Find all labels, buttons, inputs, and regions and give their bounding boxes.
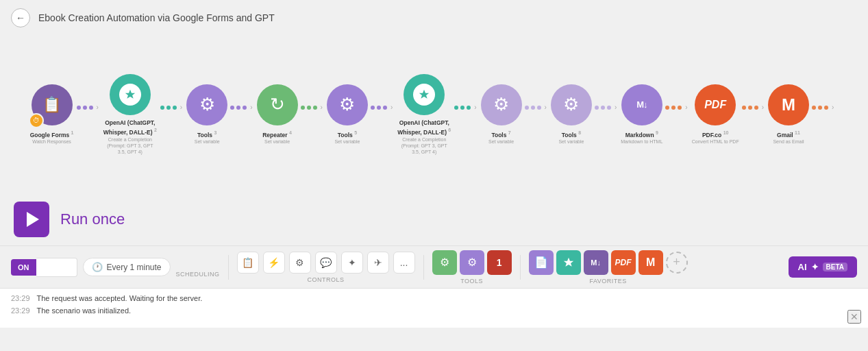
log-entry-1: 23:29 The request was accepted. Waiting …: [11, 293, 857, 305]
workflow-nodes: 📋 ⏱ Google Forms 1 Watch Responses ›: [16, 74, 852, 155]
schedule-text: Every 1 minute: [107, 263, 162, 272]
run-history-icon: 📋: [242, 257, 253, 268]
connector-7: ›: [522, 104, 551, 111]
tools-buttons: ⚙ ⚙ 1: [432, 250, 512, 275]
connector-10: ›: [739, 104, 768, 111]
connector-end: ›: [809, 104, 838, 111]
back-button[interactable]: ←: [11, 8, 30, 27]
node-circle-gmail: M: [768, 84, 809, 125]
ai-button[interactable]: AI ✦ BETA: [789, 256, 857, 278]
fav-btn-pdf[interactable]: PDF: [611, 250, 636, 275]
node-circle-tools-2: ⚙: [327, 84, 368, 125]
share-icon: ✈: [374, 257, 382, 268]
plus-icon: +: [673, 255, 680, 269]
ai-sparkle-icon: ✦: [811, 262, 819, 272]
node-label-gmail: Gmail 11 Send as Email: [773, 130, 804, 145]
node-tools-2[interactable]: ⚙ Tools 5 Set variable: [327, 84, 368, 145]
ctrl-btn-6[interactable]: ✈: [367, 252, 389, 274]
page-title: Ebook Creation Automation via Google For…: [38, 12, 275, 23]
controls-group: 📋 ⚡ ⚙ 💬 ✦ ✈ ... CONTROLS: [237, 252, 415, 283]
fav-btn-openai[interactable]: [556, 250, 581, 275]
log-close-button[interactable]: ✕: [847, 310, 861, 324]
tool-btn-tools[interactable]: ⚙: [460, 250, 484, 275]
connector-8: ›: [592, 104, 621, 111]
node-repeater[interactable]: ↻ Repeater 4 Set variable: [257, 84, 298, 145]
toggle-off-input[interactable]: [36, 258, 77, 277]
divider-3: [520, 255, 521, 280]
close-icon: ✕: [850, 311, 858, 322]
schedule-button[interactable]: 🕐 Every 1 minute: [83, 258, 171, 276]
run-once-button[interactable]: [14, 202, 49, 237]
ctrl-btn-more[interactable]: ...: [393, 252, 415, 274]
connector-6: ›: [451, 104, 480, 111]
node-circle-tools-3: ⚙: [481, 84, 522, 125]
scheduling-label-group: SCHEDULING: [176, 269, 220, 278]
log-time-2: 23:29: [11, 305, 30, 317]
run-section: Run once: [0, 193, 868, 245]
node-tools-4[interactable]: ⚙ Tools 8 Set variable: [551, 84, 592, 145]
node-circle-repeater: ↻: [257, 84, 298, 125]
connector-3: ›: [227, 104, 256, 111]
fav-add-button[interactable]: +: [666, 252, 688, 274]
node-google-forms[interactable]: 📋 ⏱ Google Forms 1 Watch Responses: [30, 84, 74, 145]
clock-icon: 🕐: [92, 262, 103, 272]
node-label-openai-1: OpenAI (ChatGPT, Whisper, DALL-E) 2 Crea…: [103, 119, 158, 155]
node-pdf[interactable]: PDF PDF.co 10 Convert HTML to PDF: [692, 84, 739, 145]
favorites-group: 📄 M↓ PDF M + FAVORITES: [529, 250, 688, 285]
ctrl-btn-3[interactable]: ⚙: [289, 252, 311, 274]
favorites-label: FAVORITES: [589, 278, 626, 285]
play-icon: [27, 212, 39, 227]
log-entry-2: 23:29 The scenario was initialized.: [11, 305, 857, 317]
node-circle-tools-4: ⚙: [551, 84, 592, 125]
ctrl-btn-1[interactable]: 📋: [237, 252, 259, 274]
toggle-group: ON: [11, 258, 77, 277]
ctrl-btn-5[interactable]: ✦: [341, 252, 363, 274]
node-label-markdown: Markdown 9 Markdown to HTML: [621, 130, 662, 145]
tool-btn-variable[interactable]: 1: [487, 250, 512, 275]
tools-label: TOOLS: [460, 278, 483, 285]
node-circle-pdf: PDF: [695, 84, 736, 125]
fav-btn-gmail[interactable]: M: [638, 250, 663, 275]
run-label: Run once: [60, 210, 125, 228]
connector-1: ›: [74, 104, 103, 111]
ctrl-btn-4[interactable]: 💬: [315, 252, 337, 274]
tool-btn-settings[interactable]: ⚙: [432, 250, 457, 275]
node-label-openai-2: OpenAI (ChatGPT, Whisper, DALL-E) 6 Crea…: [397, 119, 451, 155]
fav-btn-docs[interactable]: 📄: [529, 250, 554, 275]
node-label-tools-3: Tools 7 Set variable: [488, 130, 514, 145]
align-icon: ✦: [348, 257, 356, 268]
node-circle-openai-2: [404, 74, 445, 115]
node-tools-3[interactable]: ⚙ Tools 7 Set variable: [481, 84, 522, 145]
node-label-pdf: PDF.co 10 Convert HTML to PDF: [692, 130, 739, 145]
node-label-tools-2: Tools 5 Set variable: [334, 130, 360, 145]
node-label-tools-4: Tools 8 Set variable: [558, 130, 584, 145]
log-area: 23:29 The request was accepted. Waiting …: [0, 288, 868, 328]
more-icon: ...: [400, 257, 408, 268]
settings-icon: ⚙: [295, 257, 304, 268]
node-circle-markdown: M↓: [621, 84, 662, 125]
node-circle-tools-1: ⚙: [186, 84, 227, 125]
controls-buttons: 📋 ⚡ ⚙ 💬 ✦ ✈ ...: [237, 252, 415, 274]
header: ← Ebook Creation Automation via Google F…: [0, 0, 868, 36]
notes-icon: 💬: [320, 257, 332, 268]
divider-1: [228, 255, 229, 280]
back-icon: ←: [16, 12, 25, 23]
node-markdown[interactable]: M↓ Markdown 9 Markdown to HTML: [621, 84, 662, 145]
connector-5: ›: [368, 104, 397, 111]
incomplete-icon: ⚡: [268, 257, 280, 268]
toolbar: ON 🕐 Every 1 minute SCHEDULING 📋 ⚡ ⚙ 💬: [0, 245, 868, 288]
toggle-on[interactable]: ON: [11, 259, 36, 276]
node-gmail[interactable]: M Gmail 11 Send as Email: [768, 84, 809, 145]
tools-group: ⚙ ⚙ 1 TOOLS: [432, 250, 512, 285]
ai-label: AI: [798, 262, 807, 272]
scheduling-group: ON: [11, 258, 77, 277]
node-openai-2[interactable]: OpenAI (ChatGPT, Whisper, DALL-E) 6 Crea…: [397, 74, 451, 155]
connector-4: ›: [298, 104, 327, 111]
node-tools-1[interactable]: ⚙ Tools 3 Set variable: [186, 84, 227, 145]
beta-badge: BETA: [823, 263, 847, 271]
fav-btn-markdown[interactable]: M↓: [584, 250, 608, 275]
node-overlay-timer: ⏱: [29, 113, 44, 128]
node-openai-1[interactable]: OpenAI (ChatGPT, Whisper, DALL-E) 2 Crea…: [103, 74, 158, 155]
node-label-repeater: Repeater 4 Set variable: [262, 130, 292, 145]
ctrl-btn-2[interactable]: ⚡: [263, 252, 285, 274]
